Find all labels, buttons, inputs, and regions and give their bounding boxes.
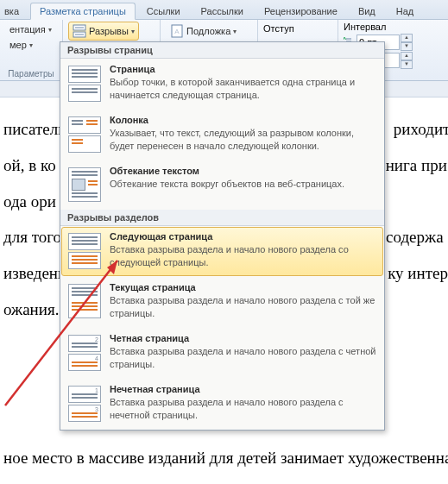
dd-item-text-wrapping[interactable]: Обтекание текстом Обтекание текста вокру… — [60, 160, 384, 210]
size-label: мер — [9, 40, 27, 50]
dd-item-page[interactable]: Страница Выбор точки, в которой заканчив… — [60, 59, 384, 110]
dd-title: Нечетная страница — [110, 384, 376, 394]
dd-desc: Вставка разрыва раздела и начало нового … — [110, 243, 376, 269]
tab-review[interactable]: Рецензирование — [255, 3, 347, 19]
indent-label: Отступ — [263, 23, 294, 34]
column-break-icon — [68, 115, 101, 153]
svg-text:A: A — [174, 28, 180, 35]
watermark-label: Подложка — [186, 26, 230, 36]
breaks-label: Разрывы — [89, 26, 129, 36]
dd-title: Обтекание текстом — [110, 166, 376, 176]
breaks-icon — [73, 24, 86, 38]
dd-item-column[interactable]: Колонка Указывает, что текст, следующий … — [60, 110, 384, 160]
size-button[interactable]: мер▾ — [5, 37, 37, 53]
watermark-button[interactable]: A Подложка▾ — [166, 22, 241, 41]
breaks-button[interactable]: Разрывы▾ — [68, 22, 139, 41]
dd-header-page-breaks: Разрывы страниц — [60, 42, 384, 59]
dd-desc: Вставка разрыва раздела и начало нового … — [110, 345, 376, 371]
dd-title: Страница — [110, 64, 376, 74]
continuous-icon — [68, 282, 101, 320]
tab-mailings[interactable]: Рассылки — [192, 3, 253, 19]
tab-addins[interactable]: Над — [387, 3, 423, 19]
spacing-before-spinner[interactable]: ▲▼ — [401, 34, 413, 51]
tab-insert[interactable]: вка — [0, 3, 28, 19]
spacing-label: Интервал — [344, 22, 443, 32]
text-wrapping-icon — [68, 166, 101, 202]
dd-title: Колонка — [110, 115, 376, 125]
orientation-button[interactable]: ентация▾ — [5, 22, 56, 37]
dd-desc: Вставка разрыва раздела и начало нового … — [110, 396, 376, 422]
tab-view[interactable]: Вид — [349, 3, 385, 19]
watermark-icon: A — [170, 24, 184, 38]
dd-title: Следующая страница — [110, 231, 376, 242]
next-page-icon — [68, 231, 101, 269]
group-page-setup-label: Параметры — [5, 69, 57, 80]
ribbon-tabs: вка Разметка страницы Ссылки Рассылки Ре… — [0, 0, 448, 20]
tab-references[interactable]: Ссылки — [137, 3, 190, 19]
dd-item-continuous[interactable]: Текущая страница Вставка разрыва раздела… — [60, 277, 384, 328]
even-page-icon: 2 4 — [68, 333, 101, 371]
dd-desc: Указывает, что текст, следующий за разры… — [110, 127, 376, 153]
tab-page-layout[interactable]: Разметка страницы — [30, 3, 136, 20]
dd-title: Четная страница — [110, 333, 376, 343]
orientation-label: ентация — [9, 24, 46, 35]
breaks-dropdown: Разрывы страниц Страница Выбор точки, в … — [60, 41, 385, 431]
dd-desc: Вставка разрыва раздела и начало нового … — [110, 294, 376, 320]
dd-desc: Выбор точки, в которой заканчивается одн… — [110, 76, 376, 102]
dd-header-section-breaks: Разрывы разделов — [60, 210, 384, 226]
odd-page-icon: 1 3 — [68, 384, 101, 422]
dd-desc: Обтекание текста вокруг объектов на веб-… — [110, 178, 376, 191]
dd-title: Текущая страница — [110, 282, 376, 292]
dd-item-even-page[interactable]: 2 4 Четная страница Вставка разрыва разд… — [60, 328, 384, 379]
spacing-after-spinner[interactable]: ▲▼ — [401, 52, 413, 69]
page-break-icon — [68, 64, 101, 102]
dd-item-next-page[interactable]: Следующая страница Вставка разрыва разде… — [61, 227, 383, 276]
dd-item-odd-page[interactable]: 1 3 Нечетная страница Вставка разрыва ра… — [60, 379, 384, 430]
